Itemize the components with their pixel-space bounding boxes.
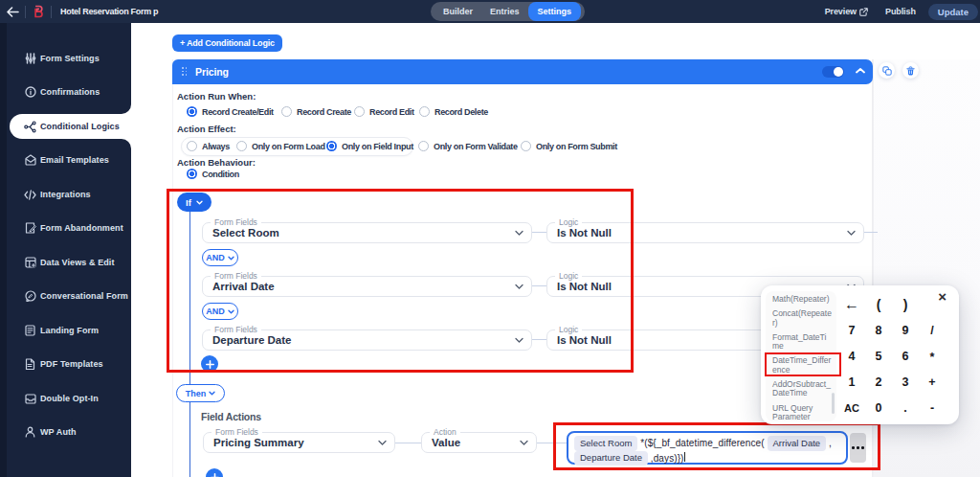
- radio-only-on-field-input[interactable]: Only on Field Input: [326, 141, 413, 151]
- key-clear[interactable]: AC: [838, 395, 865, 420]
- tab-settings[interactable]: Settings: [528, 2, 582, 21]
- chevron-down-icon: [515, 284, 523, 290]
- key-dot[interactable]: .: [892, 395, 919, 420]
- update-button[interactable]: Update: [928, 4, 978, 20]
- sidebar-item-conversational-form[interactable]: Conversational Form: [0, 284, 131, 308]
- trash-icon: [906, 66, 915, 76]
- sidebar-item-confirmations[interactable]: Confirmations: [0, 80, 131, 104]
- and-pill-2[interactable]: AND: [202, 303, 238, 320]
- if-label: If: [186, 197, 191, 208]
- field-token[interactable]: Arrival Date: [768, 436, 827, 451]
- key-close-paren[interactable]: ): [892, 291, 919, 317]
- sidebar-item-data-views[interactable]: Data Views & Edit: [0, 250, 131, 275]
- delete-button[interactable]: [902, 62, 919, 79]
- sidebar-item-email-templates[interactable]: Email Templates: [0, 148, 131, 172]
- key-7[interactable]: 7: [838, 317, 865, 343]
- sidebar-item-landing-form[interactable]: Landing Form: [0, 318, 131, 343]
- row-connector: [537, 443, 567, 443]
- key-9[interactable]: 9: [892, 317, 919, 343]
- radio-condition[interactable]: Condition: [187, 169, 239, 179]
- radio-dot: [187, 106, 197, 117]
- branch-icon: [24, 121, 36, 133]
- tab-entries[interactable]: Entries: [481, 4, 528, 19]
- action-behaviour-label: Action Behaviour:: [177, 157, 256, 168]
- enable-toggle[interactable]: [822, 66, 844, 78]
- key-2[interactable]: 2: [865, 369, 892, 395]
- function-item-concat[interactable]: Concat(Repeater): [772, 309, 833, 328]
- field-token[interactable]: Departure Date: [574, 451, 648, 466]
- action-type-select[interactable]: Action Value: [421, 432, 537, 453]
- bitform-logo-icon: [26, 0, 51, 23]
- key-4[interactable]: 4: [838, 343, 865, 369]
- radio-record-edit[interactable]: Record Edit: [354, 106, 414, 117]
- info-icon: [24, 86, 36, 99]
- preview-button[interactable]: Preview: [825, 7, 868, 16]
- chevron-down-icon: [209, 391, 215, 396]
- radio-dot: [281, 106, 292, 117]
- user-icon: [24, 426, 36, 439]
- logic-select-1[interactable]: Logic Is Not Null: [546, 222, 864, 243]
- key-backspace[interactable]: ←: [838, 291, 865, 317]
- radio-record-delete[interactable]: Record Delete: [419, 106, 488, 117]
- key-5[interactable]: 5: [865, 343, 892, 369]
- form-fields-select-1[interactable]: Form Fields Select Room: [202, 222, 532, 243]
- then-pill[interactable]: Then: [176, 384, 225, 402]
- function-item-math[interactable]: Math(Repeater): [772, 295, 833, 304]
- key-6[interactable]: 6: [892, 343, 919, 369]
- key-1[interactable]: 1: [838, 369, 865, 395]
- add-conditional-logic-button[interactable]: + Add Conditional Logic: [172, 34, 282, 52]
- toggle-knob: [834, 67, 843, 77]
- form-fields-select-3[interactable]: Form Fields Departure Date: [202, 329, 532, 351]
- radio-always[interactable]: Always: [187, 141, 230, 151]
- action-form-fields-select[interactable]: Form Fields Pricing Summary: [203, 432, 395, 453]
- function-item-format-datetime[interactable]: Format_DateTime: [772, 333, 833, 352]
- key-empty: [919, 291, 946, 317]
- sidebar-item-integrations[interactable]: Integrations: [0, 182, 131, 207]
- radio-record-create-edit[interactable]: Record Create/Edit: [187, 106, 274, 117]
- tab-builder[interactable]: Builder: [434, 4, 481, 19]
- duplicate-button[interactable]: [879, 62, 895, 79]
- plus-icon: [211, 473, 219, 477]
- collapse-chevron-icon[interactable]: [856, 67, 865, 75]
- add-condition-button[interactable]: [201, 355, 218, 373]
- then-label: Then: [186, 389, 207, 398]
- sidebar-item-pdf-templates[interactable]: PDF Templates: [0, 352, 131, 376]
- key-8[interactable]: 8: [865, 317, 892, 343]
- card-header[interactable]: Pricing: [172, 59, 873, 84]
- scrollbar-thumb[interactable]: [832, 393, 835, 414]
- back-arrow-icon[interactable]: [0, 0, 25, 23]
- sidebar-item-form-settings[interactable]: Form Settings: [0, 46, 131, 71]
- sidebar-item-double-opt-in[interactable]: Double Opt-In: [0, 386, 131, 411]
- field-token[interactable]: Select Room: [574, 436, 637, 451]
- radio-only-on-form-validate[interactable]: Only on Form Validate: [418, 141, 518, 151]
- key-open-paren[interactable]: (: [865, 291, 892, 317]
- file-icon: [24, 358, 36, 371]
- formula-options-button[interactable]: [850, 433, 866, 463]
- function-item-url-query-parameter[interactable]: URL Query Parameter: [772, 404, 833, 421]
- key-0[interactable]: 0: [865, 395, 892, 420]
- key-multiply[interactable]: *: [919, 343, 946, 369]
- function-item-addorsubtract-datetime[interactable]: AddOrSubtract_DateTime: [772, 380, 836, 398]
- field-actions-title: Field Actions: [201, 411, 261, 422]
- drag-handle-icon[interactable]: [182, 67, 188, 77]
- key-divide[interactable]: /: [919, 317, 946, 343]
- publish-button[interactable]: Publish: [885, 7, 916, 16]
- card-title: Pricing: [195, 66, 229, 78]
- key-minus[interactable]: -: [919, 395, 946, 420]
- radio-record-create[interactable]: Record Create: [281, 106, 351, 117]
- if-pill[interactable]: If: [177, 193, 212, 212]
- key-plus[interactable]: +: [919, 369, 946, 395]
- plus-icon: [206, 360, 214, 369]
- sidebar-item-wp-auth[interactable]: WP Auth: [0, 420, 131, 444]
- sidebar-item-form-abandonment[interactable]: Form Abandonment: [0, 216, 131, 240]
- formula-input[interactable]: Select Room *(${_bf_datetime_difference(…: [567, 431, 848, 465]
- and-pill-1[interactable]: AND: [202, 249, 238, 266]
- sidebar-item-conditional-logics[interactable]: Conditional Logics: [10, 114, 131, 139]
- radio-dot: [187, 141, 197, 151]
- radio-only-on-form-load[interactable]: Only on Form Load: [236, 141, 325, 151]
- doc-lines-icon: [24, 325, 36, 337]
- key-3[interactable]: 3: [892, 369, 919, 395]
- function-item-datetime-difference[interactable]: DateTime_Difference: [772, 356, 833, 375]
- form-fields-select-2[interactable]: Form Fields Arrival Date: [202, 276, 532, 297]
- radio-only-on-form-submit[interactable]: Only on Form Submit: [521, 141, 617, 151]
